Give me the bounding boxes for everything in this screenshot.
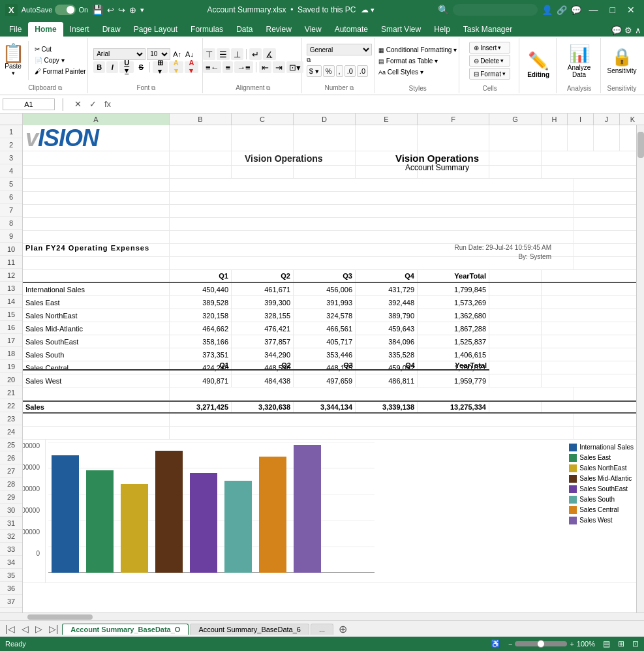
row-num-19[interactable]: 19	[0, 360, 22, 373]
cell-BCDEF22[interactable]	[170, 414, 574, 426]
format-as-table-btn[interactable]: ▤ Format as Table ▾	[376, 56, 459, 66]
cell-F3[interactable]	[418, 166, 489, 178]
cell-A12[interactable]: International Sales	[23, 283, 170, 295]
cell-BCDEF7[interactable]	[170, 218, 574, 230]
cell-C21[interactable]: 3,320,638	[232, 402, 294, 412]
row-num-24[interactable]: 24	[0, 425, 22, 438]
cell-G13[interactable]	[489, 296, 542, 309]
align-center-btn[interactable]: ≡	[222, 61, 233, 73]
cell-F15[interactable]: 1,867,288	[418, 322, 489, 335]
conditional-formatting-btn[interactable]: ▦ Conditional Formatting ▾	[376, 45, 459, 55]
zoom-in-btn[interactable]: +	[570, 640, 574, 648]
cell-E17[interactable]: 335,528	[356, 348, 418, 361]
num-dialog-btn[interactable]: ⧉	[350, 85, 354, 91]
paste-btn[interactable]: 📋 Paste ▾	[2, 44, 25, 76]
number-format-select[interactable]: General	[307, 44, 372, 55]
sheet-nav-last[interactable]: ▷|	[46, 624, 61, 634]
cell-A20[interactable]	[23, 387, 170, 400]
row-num-2[interactable]: 2	[0, 138, 22, 151]
cell-B15[interactable]: 464,662	[170, 322, 232, 335]
row-num-18[interactable]: 18	[0, 347, 22, 360]
bold-btn[interactable]: B	[93, 61, 105, 73]
row-num-4[interactable]: 4	[0, 164, 22, 177]
cell-A3[interactable]	[23, 166, 170, 178]
cell-G19[interactable]	[489, 374, 542, 387]
wrap-text-btn[interactable]: ↵	[249, 48, 262, 60]
orientation-btn[interactable]: ∡	[263, 48, 276, 60]
v-scrollbar[interactable]	[636, 125, 644, 613]
sheet-nav-prev[interactable]: ◁	[19, 624, 31, 634]
cell-J1[interactable]	[594, 125, 620, 151]
tab-view[interactable]: View	[298, 22, 328, 37]
cell-E1[interactable]	[356, 125, 418, 151]
row-num-26[interactable]: 26	[0, 451, 22, 464]
cell-BCDEF20[interactable]	[170, 387, 574, 400]
cell-G14[interactable]	[489, 309, 542, 322]
formula-input[interactable]	[116, 98, 641, 110]
row-num-10[interactable]: 10	[0, 243, 22, 256]
cell-B2[interactable]	[170, 151, 232, 165]
row-num-27[interactable]: 27	[0, 464, 22, 477]
underline-btn[interactable]: U ▾	[119, 61, 134, 73]
cell-D18[interactable]: 448,175	[294, 361, 356, 374]
cut-btn[interactable]: ✂ Cut	[32, 44, 89, 54]
align-middle-btn[interactable]: ☰	[217, 48, 230, 60]
cell-G3[interactable]	[489, 166, 542, 178]
format-cells-btn[interactable]: ⊟ Format ▾	[469, 68, 510, 80]
view-normal-btn[interactable]: ▤	[603, 639, 610, 648]
cell-A15[interactable]: Sales Mid-Atlantic	[23, 322, 170, 335]
cell-C18[interactable]: 448,506	[232, 361, 294, 374]
tab-file[interactable]: File	[3, 22, 28, 37]
cell-C3[interactable]	[232, 166, 294, 178]
row-num-1[interactable]: 1	[0, 125, 22, 138]
cell-BCDEF5[interactable]	[170, 192, 574, 204]
tab-page-layout[interactable]: Page Layout	[127, 22, 184, 37]
cell-A14[interactable]: Sales NorthEast	[23, 309, 170, 322]
clipboard-dialog-btn[interactable]: ⧉	[58, 85, 62, 91]
row-num-35[interactable]: 35	[0, 569, 22, 582]
row-num-29[interactable]: 29	[0, 491, 22, 504]
cell-G21[interactable]	[489, 402, 542, 412]
save-icon[interactable]: 💾	[92, 5, 103, 15]
cell-G17[interactable]	[489, 348, 542, 361]
sheet-nav-first[interactable]: |◁	[3, 624, 18, 634]
row-num-5[interactable]: 5	[0, 177, 22, 190]
cell-F19[interactable]: 1,959,779	[418, 374, 489, 387]
cell-F18[interactable]: 1,780,021	[418, 361, 489, 374]
row-num-11[interactable]: 11	[0, 256, 22, 269]
col-header-G[interactable]: G	[489, 114, 542, 125]
name-box[interactable]	[3, 98, 55, 110]
cell-A16[interactable]: Sales SouthEast	[23, 335, 170, 348]
cell-D19[interactable]: 497,659	[294, 374, 356, 387]
tab-task-manager[interactable]: Task Manager	[457, 22, 519, 37]
font-color-btn[interactable]: A ▾	[185, 61, 199, 73]
insert-function-btn[interactable]: fx	[102, 99, 114, 109]
col-header-I[interactable]: I	[568, 114, 594, 125]
cell-A6[interactable]	[23, 205, 170, 217]
cell-E18[interactable]: 459,092	[356, 361, 418, 374]
cell-A4[interactable]	[23, 179, 170, 191]
increase-font-btn[interactable]: A↑	[172, 50, 183, 58]
cell-C19[interactable]: 484,438	[232, 374, 294, 387]
num-dialog-icon[interactable]: ⧉	[307, 57, 311, 63]
copy-btn[interactable]: 📄 Copy ▾	[32, 55, 89, 65]
row-num-15[interactable]: 15	[0, 308, 22, 321]
tab-help[interactable]: Help	[427, 22, 457, 37]
cell-C14[interactable]: 328,155	[232, 309, 294, 322]
row-num-14[interactable]: 14	[0, 295, 22, 308]
zoom-out-btn[interactable]: −	[508, 640, 512, 648]
col-header-A[interactable]: A	[23, 114, 170, 125]
row-num-30[interactable]: 30	[0, 504, 22, 517]
h-scrollbar[interactable]	[0, 613, 644, 620]
merge-btn[interactable]: ⊡▾	[286, 61, 303, 73]
cell-A13[interactable]: Sales East	[23, 296, 170, 309]
cell-E2-report-title[interactable]: Vision Operations	[356, 151, 418, 165]
cell-BCDEF9[interactable]	[170, 244, 574, 256]
autosave-toggle[interactable]	[55, 5, 76, 15]
ribbon-settings-icon[interactable]: ⚙	[624, 25, 632, 35]
cell-A5[interactable]	[23, 192, 170, 204]
cell-A17[interactable]: Sales South	[23, 348, 170, 361]
cell-G16[interactable]	[489, 335, 542, 348]
cell-D1[interactable]	[294, 125, 356, 151]
cell-B16[interactable]: 358,166	[170, 335, 232, 348]
